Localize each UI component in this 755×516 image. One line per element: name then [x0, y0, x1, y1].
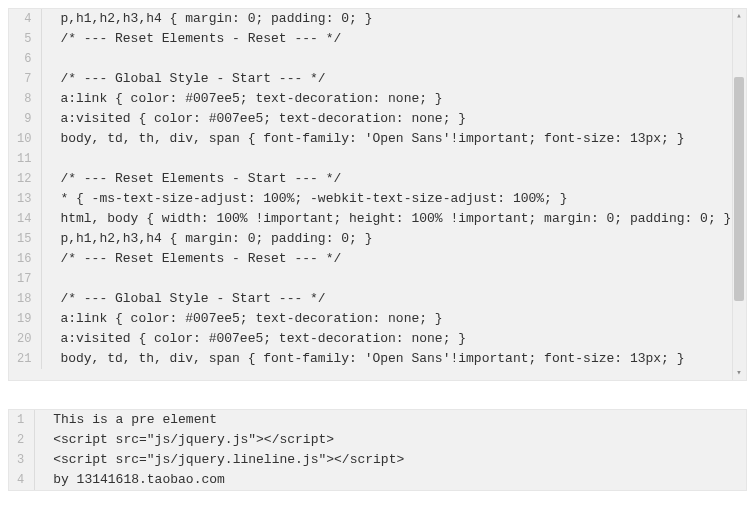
- line-number-gutter: 1234: [9, 410, 34, 490]
- code-block-css: 456789101112131415161718192021 p,h1,h2,h…: [8, 8, 747, 381]
- line-number: 19: [9, 309, 41, 329]
- line-number: 13: [9, 189, 41, 209]
- code-line[interactable]: This is a pre element: [35, 410, 746, 430]
- code-line[interactable]: body, td, th, div, span { font-family: '…: [42, 129, 746, 149]
- line-number: 12: [9, 169, 41, 189]
- line-number: 4: [9, 9, 41, 29]
- code-line[interactable]: /* --- Reset Elements - Start --- */: [42, 169, 746, 189]
- code-line[interactable]: a:link { color: #007ee5; text-decoration…: [42, 309, 746, 329]
- scroll-down-arrow[interactable]: ▾: [732, 366, 746, 380]
- line-number: 15: [9, 229, 41, 249]
- line-number: 1: [9, 410, 34, 430]
- line-number: 14: [9, 209, 41, 229]
- line-number: 6: [9, 49, 41, 69]
- code-content: 456789101112131415161718192021 p,h1,h2,h…: [9, 9, 746, 369]
- code-line[interactable]: by 13141618.taobao.com: [35, 470, 746, 490]
- code-line[interactable]: html, body { width: 100% !important; hei…: [42, 209, 746, 229]
- vertical-scrollbar[interactable]: ▴ ▾: [732, 9, 746, 380]
- line-number: 3: [9, 450, 34, 470]
- scrollbar-thumb[interactable]: [734, 77, 744, 301]
- code-line[interactable]: [42, 49, 746, 69]
- code-lines[interactable]: p,h1,h2,h3,h4 { margin: 0; padding: 0; }…: [42, 9, 746, 369]
- code-lines[interactable]: This is a pre element<script src="js/jqu…: [35, 410, 746, 490]
- line-number: 2: [9, 430, 34, 450]
- scroll-up-arrow[interactable]: ▴: [732, 9, 746, 23]
- code-line[interactable]: /* --- Reset Elements - Reset --- */: [42, 249, 746, 269]
- line-number: 5: [9, 29, 41, 49]
- line-number: 18: [9, 289, 41, 309]
- line-number: 20: [9, 329, 41, 349]
- code-line[interactable]: a:link { color: #007ee5; text-decoration…: [42, 89, 746, 109]
- code-line[interactable]: p,h1,h2,h3,h4 { margin: 0; padding: 0; }: [42, 9, 746, 29]
- code-line[interactable]: /* --- Global Style - Start --- */: [42, 69, 746, 89]
- line-number: 11: [9, 149, 41, 169]
- code-line[interactable]: body, td, th, div, span { font-family: '…: [42, 349, 746, 369]
- code-line[interactable]: <script src="js/jquery.js"></script>: [35, 430, 746, 450]
- line-number: 4: [9, 470, 34, 490]
- code-line[interactable]: [42, 269, 746, 289]
- line-number: 7: [9, 69, 41, 89]
- code-line[interactable]: /* --- Reset Elements - Reset --- */: [42, 29, 746, 49]
- line-number: 17: [9, 269, 41, 289]
- code-line[interactable]: * { -ms-text-size-adjust: 100%; -webkit-…: [42, 189, 746, 209]
- code-line[interactable]: p,h1,h2,h3,h4 { margin: 0; padding: 0; }: [42, 229, 746, 249]
- line-number: 16: [9, 249, 41, 269]
- code-block-pre: 1234 This is a pre element<script src="j…: [8, 409, 747, 491]
- code-line[interactable]: a:visited { color: #007ee5; text-decorat…: [42, 329, 746, 349]
- line-number: 10: [9, 129, 41, 149]
- line-number-gutter: 456789101112131415161718192021: [9, 9, 41, 369]
- code-line[interactable]: <script src="js/jquery.lineline.js"></sc…: [35, 450, 746, 470]
- code-line[interactable]: /* --- Global Style - Start --- */: [42, 289, 746, 309]
- line-number: 8: [9, 89, 41, 109]
- code-line[interactable]: a:visited { color: #007ee5; text-decorat…: [42, 109, 746, 129]
- code-line[interactable]: [42, 149, 746, 169]
- line-number: 9: [9, 109, 41, 129]
- line-number: 21: [9, 349, 41, 369]
- code-content: 1234 This is a pre element<script src="j…: [9, 410, 746, 490]
